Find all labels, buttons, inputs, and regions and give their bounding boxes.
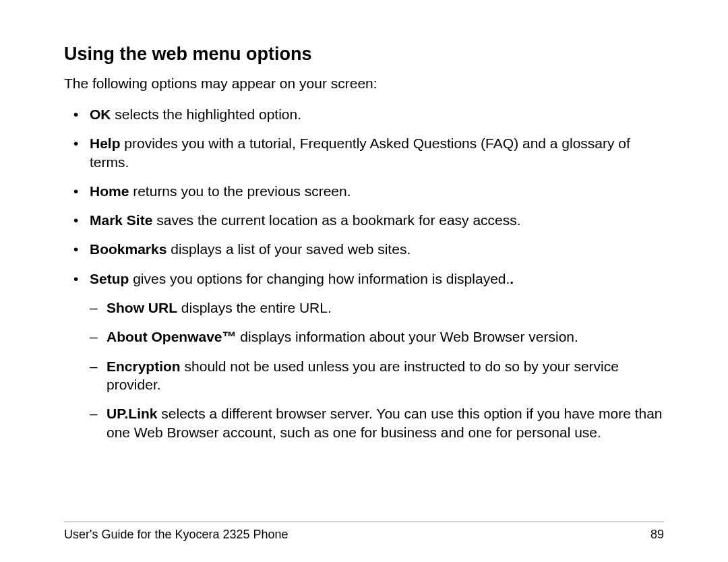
section-heading: Using the web menu options (64, 44, 664, 65)
option-name: UP.Link (107, 406, 157, 421)
option-name: OK (90, 106, 111, 122)
intro-text: The following options may appear on your… (64, 75, 664, 92)
option-name: About Openwave™ (107, 329, 237, 344)
option-name: Setup (90, 271, 129, 286)
list-item: Setup gives you options for changing how… (64, 270, 664, 441)
option-desc: displays information about your Web Brow… (237, 329, 578, 344)
list-item: About Openwave™ displays information abo… (90, 327, 664, 346)
page-footer: User's Guide for the Kyocera 2325 Phone … (64, 522, 664, 542)
option-name: Show URL (107, 300, 177, 315)
list-item: Encryption should not be used unless you… (90, 357, 664, 394)
setup-sublist: Show URL displays the entire URL. About … (90, 299, 664, 441)
option-desc: should not be used unless you are instru… (107, 358, 619, 392)
option-name: Mark Site (90, 212, 152, 228)
list-item: Mark Site saves the current location as … (64, 211, 664, 229)
option-name: Home (90, 183, 129, 199)
option-desc: displays a list of your saved web sites. (166, 241, 411, 257)
option-desc: selects the highlighted option. (111, 106, 302, 122)
list-item: OK selects the highlighted option. (64, 105, 664, 123)
options-list: OK selects the highlighted option. Help … (64, 105, 664, 441)
option-desc: displays the entire URL. (177, 300, 332, 315)
list-item: Show URL displays the entire URL. (90, 299, 664, 317)
list-item: Bookmarks displays a list of your saved … (64, 240, 664, 258)
footer-title: User's Guide for the Kyocera 2325 Phone (64, 528, 289, 542)
option-desc: gives you options for changing how infor… (129, 271, 510, 286)
option-name: Help (90, 135, 121, 151)
option-name: Bookmarks (90, 241, 166, 257)
option-desc: saves the current location as a bookmark… (152, 212, 520, 228)
list-item: Home returns you to the previous screen. (64, 182, 664, 200)
option-desc: provides you with a tutorial, Frequently… (90, 135, 630, 169)
option-desc: returns you to the previous screen. (129, 183, 351, 199)
option-desc: selects a different browser server. You … (107, 406, 663, 439)
page-number: 89 (650, 528, 664, 542)
list-item: UP.Link selects a different browser serv… (90, 404, 664, 441)
list-item: Help provides you with a tutorial, Frequ… (64, 134, 664, 171)
option-name: Encryption (107, 358, 181, 374)
